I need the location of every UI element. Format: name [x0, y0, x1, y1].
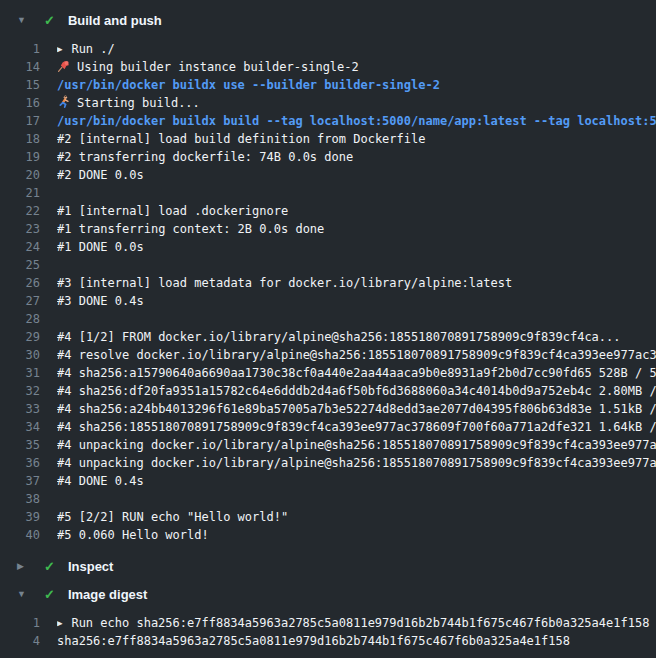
- log-text-content: Run echo sha256:e7ff8834a5963a2785c5a081…: [71, 616, 649, 630]
- log-text: [57, 490, 656, 508]
- log-text-content: /usr/bin/docker buildx use --builder bui…: [57, 78, 440, 92]
- line-number[interactable]: 28: [0, 310, 40, 328]
- log-section: ▶✓Inspect: [0, 552, 656, 580]
- success-check-icon: ✓: [44, 560, 55, 573]
- workflow-log-viewer: ▼✓Build and push1▶Run ./14Using builder …: [0, 0, 656, 658]
- log-section: ▼✓Build and push1▶Run ./14Using builder …: [0, 6, 656, 552]
- log-text-content: sha256:e7ff8834a5963a2785c5a0811e979d16b…: [57, 634, 570, 648]
- log-line: 26#3 [internal] load metadata for docker…: [0, 274, 656, 292]
- log-line: 25: [0, 256, 656, 274]
- line-number[interactable]: 36: [0, 454, 40, 472]
- log-text: Starting build...: [57, 94, 656, 112]
- line-number[interactable]: 40: [0, 526, 40, 544]
- log-line: 40#5 0.060 Hello world!: [0, 526, 656, 544]
- pushpin-icon: [57, 59, 71, 73]
- section-header[interactable]: ▶✓Inspect: [0, 552, 656, 580]
- log-text: ▶Run ./: [57, 40, 656, 58]
- line-number[interactable]: 19: [0, 148, 40, 166]
- log-line: 39#5 [2/2] RUN echo "Hello world!": [0, 508, 656, 526]
- log-text-content: #4 sha256:df20fa9351a15782c64e6dddb2d4a6…: [57, 384, 656, 398]
- log-text-content: Run ./: [71, 42, 114, 56]
- line-number[interactable]: 39: [0, 508, 40, 526]
- log-text-content: #4 sha256:a24bb4013296f61e89ba57005a7b3e…: [57, 402, 656, 416]
- line-number[interactable]: 34: [0, 418, 40, 436]
- log-line: 27#3 DONE 0.4s: [0, 292, 656, 310]
- log-line: 19#2 transferring dockerfile: 74B 0.0s d…: [0, 148, 656, 166]
- log-text: #4 unpacking docker.io/library/alpine@sh…: [57, 436, 656, 454]
- log-line: 36#4 unpacking docker.io/library/alpine@…: [0, 454, 656, 472]
- log-line: 23#1 transferring context: 2B 0.0s done: [0, 220, 656, 238]
- line-number[interactable]: 29: [0, 328, 40, 346]
- log-text-content: #4 sha256:a15790640a6690aa1730c38cf0a440…: [57, 366, 656, 380]
- chevron-down-icon[interactable]: ▼: [17, 590, 29, 599]
- log-line: 16Starting build...: [0, 94, 656, 112]
- log-text: ▶Run echo sha256:e7ff8834a5963a2785c5a08…: [57, 614, 656, 632]
- log-line: 31#4 sha256:a15790640a6690aa1730c38cf0a4…: [0, 364, 656, 382]
- log-text-content: Starting build...: [77, 96, 200, 110]
- line-number[interactable]: 32: [0, 382, 40, 400]
- line-number[interactable]: 26: [0, 274, 40, 292]
- log-text: #1 transferring context: 2B 0.0s done: [57, 220, 656, 238]
- log-line: 35#4 unpacking docker.io/library/alpine@…: [0, 436, 656, 454]
- log-text: #3 DONE 0.4s: [57, 292, 656, 310]
- line-number[interactable]: 15: [0, 76, 40, 94]
- line-number[interactable]: 33: [0, 400, 40, 418]
- runner-icon: [57, 95, 71, 109]
- log-text: #4 sha256:185518070891758909c9f839cf4ca3…: [57, 418, 656, 436]
- log-line: 33#4 sha256:a24bb4013296f61e89ba57005a7b…: [0, 400, 656, 418]
- line-number[interactable]: 35: [0, 436, 40, 454]
- log-line: 22#1 [internal] load .dockerignore: [0, 202, 656, 220]
- run-group-toggle-icon[interactable]: ▶: [57, 40, 62, 58]
- line-number[interactable]: 31: [0, 364, 40, 382]
- log-text: Using builder instance builder-single-2: [57, 58, 656, 76]
- log-text-content: #3 [internal] load metadata for docker.i…: [57, 276, 512, 290]
- line-number[interactable]: 27: [0, 292, 40, 310]
- log-lines-block: 1▶Run ./14Using builder instance builder…: [0, 34, 656, 552]
- log-text-content: Using builder instance builder-single-2: [77, 60, 359, 74]
- log-sections: ▼✓Build and push1▶Run ./14Using builder …: [0, 6, 656, 658]
- line-number[interactable]: 22: [0, 202, 40, 220]
- log-text-content: #4 DONE 0.4s: [57, 474, 144, 488]
- chevron-right-icon[interactable]: ▶: [17, 562, 29, 571]
- line-number[interactable]: 30: [0, 346, 40, 364]
- line-number[interactable]: 21: [0, 184, 40, 202]
- log-line: 38: [0, 490, 656, 508]
- line-number[interactable]: 1: [0, 40, 40, 58]
- line-number[interactable]: 17: [0, 112, 40, 130]
- line-number[interactable]: 1: [0, 614, 40, 632]
- log-command-text: /usr/bin/docker buildx use --builder bui…: [57, 76, 656, 94]
- log-text: [57, 256, 656, 274]
- line-number[interactable]: 25: [0, 256, 40, 274]
- log-text-content: #4 [1/2] FROM docker.io/library/alpine@s…: [57, 330, 621, 344]
- line-number[interactable]: 4: [0, 632, 40, 650]
- section-header[interactable]: ▼✓Image digest: [0, 580, 656, 608]
- log-text: #4 sha256:a15790640a6690aa1730c38cf0a440…: [57, 364, 656, 382]
- line-number[interactable]: 38: [0, 490, 40, 508]
- log-text: #4 sha256:df20fa9351a15782c64e6dddb2d4a6…: [57, 382, 656, 400]
- line-number[interactable]: 23: [0, 220, 40, 238]
- log-text: #5 [2/2] RUN echo "Hello world!": [57, 508, 656, 526]
- line-number[interactable]: 37: [0, 472, 40, 490]
- log-text-content: #2 [internal] load build definition from…: [57, 132, 425, 146]
- log-line: 1▶Run ./: [0, 40, 656, 58]
- line-number[interactable]: 24: [0, 238, 40, 256]
- log-text: #2 DONE 0.0s: [57, 166, 656, 184]
- log-text-content: #5 0.060 Hello world!: [57, 528, 209, 542]
- log-line: 14Using builder instance builder-single-…: [0, 58, 656, 76]
- log-text: #3 [internal] load metadata for docker.i…: [57, 274, 656, 292]
- section-header[interactable]: ▼✓Build and push: [0, 6, 656, 34]
- log-text: #4 [1/2] FROM docker.io/library/alpine@s…: [57, 328, 656, 346]
- line-number[interactable]: 16: [0, 94, 40, 112]
- log-text-content: #3 DONE 0.4s: [57, 294, 144, 308]
- line-number[interactable]: 14: [0, 58, 40, 76]
- line-number[interactable]: 20: [0, 166, 40, 184]
- chevron-down-icon[interactable]: ▼: [17, 16, 29, 25]
- log-line: 21: [0, 184, 656, 202]
- log-command-text: /usr/bin/docker buildx build --tag local…: [57, 112, 656, 130]
- log-line: 20#2 DONE 0.0s: [0, 166, 656, 184]
- log-text: #5 0.060 Hello world!: [57, 526, 656, 544]
- log-line: 32#4 sha256:df20fa9351a15782c64e6dddb2d4…: [0, 382, 656, 400]
- run-group-toggle-icon[interactable]: ▶: [57, 614, 62, 632]
- log-section: ▼✓Image digest1▶Run echo sha256:e7ff8834…: [0, 580, 656, 658]
- line-number[interactable]: 18: [0, 130, 40, 148]
